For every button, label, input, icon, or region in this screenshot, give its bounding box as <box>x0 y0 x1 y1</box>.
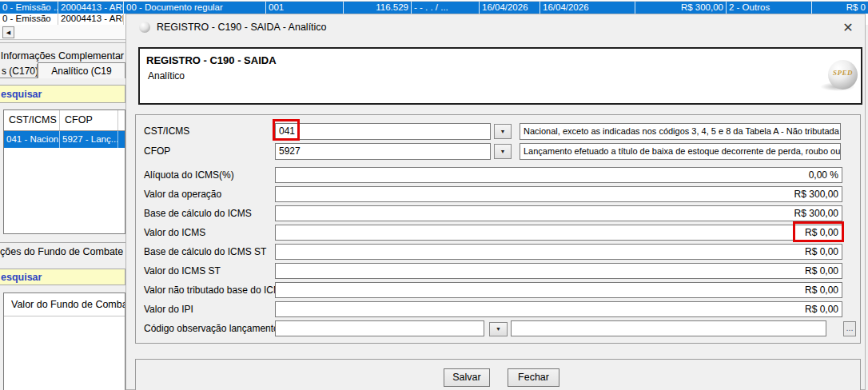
table-row-selected[interactable]: 0 - Emissão ... 20004413 - ARMA... 00 - … <box>0 2 868 14</box>
label-valor-icms: Valor do ICMS <box>144 225 205 241</box>
cell-situacao[interactable]: 0 - Emissão <box>0 14 58 25</box>
annotation-box-valor-icms <box>793 221 844 242</box>
label-cst-icms: CST/ICMS <box>144 123 189 139</box>
label-base-calculo-icms-st: Base de cálculo do ICMS ST <box>144 244 266 260</box>
close-button[interactable]: Fechar <box>508 368 559 387</box>
input-valor-icms[interactable]: R$ 0,00 <box>275 225 842 241</box>
form-panel: CST/ICMS 041 ▼ Nacional, exceto as indic… <box>135 114 861 344</box>
header-title: REGISTRO - C190 - SAIDA <box>146 54 277 66</box>
cell-indicador-pagamento[interactable]: 2 - Outros <box>727 2 812 14</box>
dialog-header-panel: REGISTRO - C190 - SAIDA Analítico SPED <box>138 47 862 105</box>
dialog-registro-c190: REGISTRO - C190 - SAIDA - Analítico ✕ RE… <box>125 14 866 390</box>
chevron-down-icon: ▼ <box>500 149 506 154</box>
cell-valor-2[interactable]: R$ 0 <box>812 2 868 14</box>
cell-data-emissao[interactable]: 16/04/2026 <box>480 2 540 14</box>
label-valor-operacao: Valor da operação <box>144 186 221 202</box>
chevron-down-icon: ▼ <box>496 326 501 332</box>
cfop-description-field[interactable]: Lançamento efetuado a título de baixa de… <box>520 143 841 160</box>
tab-informacoes-complementares[interactable]: Informações Complementar <box>0 50 125 62</box>
cell-data-entrada[interactable]: 16/04/2026 <box>540 2 635 14</box>
cell-participante[interactable]: 20004413 - ARM <box>58 14 124 25</box>
close-icon[interactable]: ✕ <box>838 18 858 38</box>
label-base-calculo-icms: Base de cálculo do ICMS <box>144 205 252 221</box>
tab-itens-c170[interactable]: s (C170) <box>0 64 38 78</box>
group-label-fundo-combate-pobreza: ções do Fundo de Combate à Po <box>0 245 125 258</box>
scroll-left-icon: ◀ <box>6 30 10 35</box>
column-header-valor-fundo[interactable]: Valor do Fundo de Combat <box>4 293 125 316</box>
grid-header-row: CST/ICMS CFOP <box>4 110 125 131</box>
sped-sphere-logo: SPED <box>823 60 863 95</box>
cfop-dropdown-button[interactable]: ▼ <box>494 144 512 159</box>
annotation-box-cst <box>273 119 300 141</box>
fundo-grid[interactable]: Valor do Fundo de Combat <box>3 292 125 390</box>
cell-tipo-documento[interactable]: 00 - Documento regular <box>124 2 266 14</box>
search-header-analitico: esquisar <box>0 85 125 103</box>
input-valor-operacao[interactable]: R$ 300,00 <box>275 186 842 202</box>
input-base-calculo-icms[interactable]: R$ 300,00 <box>275 205 842 221</box>
save-button[interactable]: Salvar <box>444 368 490 387</box>
cst-cfop-grid[interactable]: CST/ICMS CFOP 041 - Nacion... 5927 - Lan… <box>3 109 125 234</box>
label-codigo-observacao: Código observação lançamento <box>144 320 279 336</box>
horizontal-scrollbar[interactable] <box>0 25 125 40</box>
cell-chave[interactable]: - - . . / ... <box>412 2 480 14</box>
cell-situacao[interactable]: 0 - Emissão ... <box>0 2 58 14</box>
header-subtitle: Analítico <box>148 70 185 82</box>
cell-valor[interactable]: R$ 300,00 <box>635 2 727 14</box>
cell-serie[interactable]: 001 <box>266 2 344 14</box>
cst-description-field[interactable]: Nacional, exceto as indicadas nos código… <box>520 123 841 140</box>
cell-cst[interactable]: 041 - Nacion... <box>4 131 60 148</box>
input-valor-icms-st[interactable]: R$ 0,00 <box>275 263 842 279</box>
cell-numero[interactable]: 116.529 <box>344 2 412 14</box>
search-header-fundo: esquisar <box>0 269 125 285</box>
divider <box>0 242 125 243</box>
input-cfop[interactable]: 5927 <box>275 143 491 160</box>
observacao-description-field[interactable] <box>511 320 826 336</box>
column-header-cfop[interactable]: CFOP <box>60 110 118 130</box>
cst-dropdown-button[interactable]: ▼ <box>494 124 512 139</box>
label-cfop: CFOP <box>144 143 170 159</box>
tab-analitico-c190[interactable]: Analítico (C19 <box>38 62 125 78</box>
label-valor-nao-tributado: Valor não tributado base do ICMS <box>144 282 288 298</box>
input-aliquota-icms[interactable]: 0,00 % <box>275 167 842 183</box>
cell-participante[interactable]: 20004413 - ARMA... <box>58 2 124 14</box>
input-base-calculo-icms-st[interactable]: R$ 0,00 <box>275 244 842 260</box>
dialog-title: REGISTRO - C190 - SAIDA - Analítico <box>157 22 327 33</box>
dialog-titlebar[interactable]: REGISTRO - C190 - SAIDA - Analítico ✕ <box>126 14 865 41</box>
footer-panel: Salvar Fechar <box>135 359 861 390</box>
input-valor-ipi[interactable]: R$ 0,00 <box>275 301 842 317</box>
grid-row-selected[interactable]: 041 - Nacion... 5927 - Lanç... <box>4 131 125 148</box>
column-header-cst-icms[interactable]: CST/ICMS <box>4 110 60 130</box>
cell-cfop[interactable]: 5927 - Lanç... <box>60 131 118 148</box>
screen: 0 - Emissão ... 20004413 - ARMA... 00 - … <box>0 0 868 390</box>
app-sphere-icon <box>139 22 150 33</box>
logo-text: SPED <box>828 69 858 77</box>
input-valor-nao-tributado[interactable]: R$ 0,00 <box>275 282 842 298</box>
scroll-left-button[interactable]: ◀ <box>2 26 14 38</box>
browse-ellipsis-button[interactable]: ... <box>843 321 856 336</box>
label-valor-ipi: Valor do IPI <box>144 301 193 317</box>
input-cst-icms[interactable]: 041 <box>275 123 491 140</box>
cell-extra[interactable] <box>118 131 125 148</box>
label-aliquota-icms: Alíquota do ICMS(%) <box>144 167 234 183</box>
ellipsis-icon: ... <box>846 323 853 332</box>
label-valor-icms-st: Valor do ICMS ST <box>144 263 221 279</box>
chevron-down-icon: ▼ <box>500 129 506 134</box>
input-codigo-observacao[interactable] <box>275 320 484 336</box>
observacao-dropdown-button[interactable]: ▼ <box>489 322 508 336</box>
divider <box>0 42 125 43</box>
